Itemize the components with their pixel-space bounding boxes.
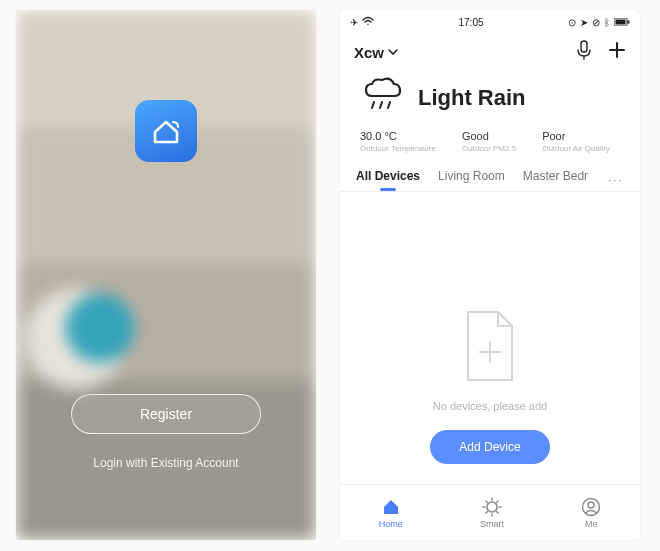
tab-label: All Devices: [356, 169, 420, 183]
svg-rect-2: [628, 20, 630, 23]
stat-temp-value: 30.0 °C: [360, 130, 436, 142]
login-existing-link[interactable]: Login with Existing Account: [93, 456, 238, 470]
stat-pm-label: Outdoor PM2.5: [462, 144, 516, 153]
lock-icon: ⊘: [592, 17, 600, 28]
nav-me-label: Me: [585, 519, 598, 529]
login-link-label: Login with Existing Account: [93, 456, 238, 470]
svg-point-4: [487, 502, 497, 512]
nav-home-label: Home: [379, 519, 403, 529]
home-selector[interactable]: Xcw: [354, 44, 398, 61]
svg-point-6: [588, 502, 594, 508]
register-button[interactable]: Register: [71, 394, 261, 434]
stat-temp: 30.0 °C Outdoor Temperature: [360, 130, 436, 153]
register-button-label: Register: [140, 406, 192, 422]
outdoor-stats: 30.0 °C Outdoor Temperature Good Outdoor…: [340, 122, 640, 163]
weather-condition: Light Rain: [418, 85, 526, 111]
add-device-button[interactable]: Add Device: [430, 430, 550, 464]
login-screen: Register Login with Existing Account: [16, 10, 316, 540]
stat-pm-value: Good: [462, 130, 516, 142]
tab-more[interactable]: ···: [608, 173, 624, 187]
home-icon: [381, 497, 401, 517]
svg-point-5: [583, 498, 600, 515]
status-time: 17:05: [458, 17, 483, 28]
home-name-label: Xcw: [354, 44, 384, 61]
svg-rect-3: [581, 41, 587, 52]
stat-aq-label: Outdoor Air Quality: [542, 144, 610, 153]
stat-aq: Poor Outdoor Air Quality: [542, 130, 610, 153]
add-device-label: Add Device: [459, 440, 520, 454]
house-icon: [149, 114, 183, 148]
stat-pm: Good Outdoor PM2.5: [462, 130, 516, 153]
weather-block: Light Rain: [340, 70, 640, 122]
smart-icon: [482, 497, 502, 517]
empty-text: No devices, please add: [433, 400, 547, 412]
nav-smart[interactable]: Smart: [480, 497, 504, 529]
svg-rect-1: [616, 19, 626, 24]
location-icon: ➤: [580, 17, 588, 28]
room-tabs: All Devices Living Room Master Bedr ···: [340, 163, 640, 191]
airplane-icon: ✈: [350, 17, 358, 28]
bluetooth-icon: ᛒ: [604, 17, 610, 28]
alarm-icon: ⊙: [568, 17, 576, 28]
tab-label: Master Bedr: [523, 169, 588, 183]
app-logo-icon: [135, 100, 197, 162]
bottom-nav: Home Smart Me: [340, 484, 640, 540]
tab-label: Living Room: [438, 169, 505, 183]
stat-aq-value: Poor: [542, 130, 610, 142]
more-label: ···: [608, 173, 624, 187]
stat-temp-label: Outdoor Temperature: [360, 144, 436, 153]
tab-living-room[interactable]: Living Room: [438, 169, 505, 191]
nav-smart-label: Smart: [480, 519, 504, 529]
tab-all-devices[interactable]: All Devices: [356, 169, 420, 191]
empty-file-icon: [458, 308, 522, 386]
profile-icon: [581, 497, 601, 517]
nav-me[interactable]: Me: [581, 497, 601, 529]
chevron-down-icon: [388, 47, 398, 57]
wifi-icon: [362, 16, 374, 28]
voice-icon[interactable]: [576, 40, 592, 64]
rain-cloud-icon: [358, 76, 404, 120]
home-header: Xcw: [340, 30, 640, 70]
home-screen: ✈ 17:05 ⊙ ➤ ⊘ ᛒ Xcw: [340, 10, 640, 540]
battery-icon: [614, 17, 630, 28]
nav-home[interactable]: Home: [379, 497, 403, 529]
status-bar: ✈ 17:05 ⊙ ➤ ⊘ ᛒ: [340, 10, 640, 30]
tab-master-bedroom[interactable]: Master Bedr: [523, 169, 588, 191]
add-icon[interactable]: [608, 41, 626, 63]
